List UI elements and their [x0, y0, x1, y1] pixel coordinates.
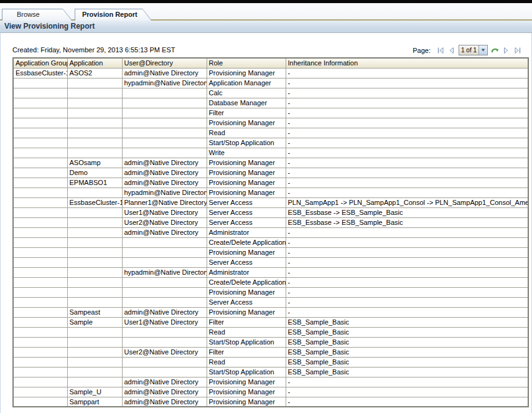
table-cell: Sample_U	[67, 387, 122, 397]
table-cell: -	[286, 88, 528, 98]
table-row: Provisioning Manager-	[13, 287, 528, 297]
table-cell	[122, 357, 207, 367]
table-cell: hypadmin@Native Directory	[122, 267, 207, 277]
table-row: Server Access-	[13, 297, 528, 307]
table-row: hypadmin@Native DirectoryAdministrator-	[13, 267, 528, 277]
table-cell	[122, 277, 207, 287]
page-select[interactable]: 1 of 1	[459, 45, 488, 55]
table-cell: Create/Delete Application	[207, 237, 286, 247]
table-row: EssbaseCluster-1ASOS2admin@Native Direct…	[13, 68, 528, 78]
table-cell: -	[286, 307, 528, 317]
table-cell	[13, 78, 67, 88]
table-row: User1@Native DirectoryServer AccessESB_E…	[13, 207, 528, 217]
column-header: Inheritance Information	[286, 58, 528, 68]
table-row: admin@Native DirectoryAdministrator-	[13, 227, 528, 237]
table-cell: Server Access	[207, 197, 286, 207]
table-cell	[13, 207, 67, 217]
table-cell	[13, 307, 67, 317]
table-cell	[13, 267, 67, 277]
table-cell: ESB_Essbase -> ESB_Sample_Basic	[286, 217, 528, 227]
table-cell: Provisioning Manager	[207, 307, 286, 317]
table-cell: Server Access	[207, 257, 286, 267]
column-header: User@Directory	[122, 58, 207, 68]
table-row: Sampeastadmin@Native DirectoryProvisioni…	[13, 307, 528, 317]
table-cell	[67, 367, 122, 377]
table-cell	[67, 327, 122, 337]
table-cell: Write	[207, 148, 286, 158]
table-cell	[67, 227, 122, 237]
tab-browse-label: Browse	[2, 9, 72, 20]
table-cell	[13, 118, 67, 128]
previous-page-icon[interactable]	[447, 46, 455, 54]
table-cell	[67, 128, 122, 138]
table-cell	[13, 337, 67, 347]
tab-provision-report[interactable]: Provision Report	[75, 9, 152, 21]
table-cell: -	[286, 168, 528, 178]
table-cell	[122, 237, 207, 247]
table-cell	[67, 108, 122, 118]
table-cell	[122, 138, 207, 148]
table-cell: -	[286, 297, 528, 307]
table-cell: -	[286, 118, 528, 128]
provisioning-report-table: Application GroupApplicationUser@Directo…	[12, 57, 529, 407]
pagination-controls: Page: 1 of 1	[413, 44, 521, 56]
first-page-icon[interactable]	[436, 46, 444, 54]
table-cell: Provisioning Manager	[207, 118, 286, 128]
table-cell: ASOS2	[67, 68, 122, 78]
table-cell: admin@Native Directory	[122, 68, 207, 78]
table-cell	[13, 197, 67, 207]
table-cell	[122, 257, 207, 267]
table-row: Provisioning Manager-	[13, 118, 528, 128]
table-cell	[122, 297, 207, 307]
table-cell: Read	[207, 357, 286, 367]
table-cell: admin@Native Directory	[122, 377, 207, 387]
table-cell	[67, 247, 122, 257]
table-cell: -	[286, 247, 528, 257]
table-cell	[122, 108, 207, 118]
page-title: View Provisioning Report	[0, 21, 532, 32]
table-cell	[13, 327, 67, 337]
last-page-icon[interactable]	[513, 46, 521, 54]
table-cell: EssbaseCluster-1	[13, 68, 67, 78]
table-cell	[67, 118, 122, 128]
table-cell	[13, 287, 67, 297]
table-cell: Sampeast	[67, 307, 122, 317]
table-cell: -	[286, 237, 528, 247]
table-cell: Provisioning Manager	[207, 178, 286, 188]
table-cell	[13, 148, 67, 158]
report-created-timestamp: Created: Friday, November 29, 2013 6:55:…	[12, 46, 175, 54]
table-cell	[67, 377, 122, 387]
table-cell	[13, 367, 67, 377]
table-cell	[122, 327, 207, 337]
table-row: ReadESB_Sample_Basic	[13, 357, 528, 367]
table-row: SampleUser1@Native DirectoryFilterESB_Sa…	[13, 317, 528, 327]
table-cell: ESB_Sample_Basic	[286, 327, 528, 337]
table-cell: ESB_Sample_Basic	[286, 357, 528, 367]
table-cell: Create/Delete Application	[207, 277, 286, 287]
table-cell: Administrator	[207, 227, 286, 237]
table-cell	[13, 347, 67, 357]
table-cell: Provisioning Manager	[207, 188, 286, 197]
table-row: User2@Native DirectoryFilterESB_Sample_B…	[13, 347, 528, 357]
table-cell: admin@Native Directory	[122, 178, 207, 188]
table-cell	[67, 138, 122, 148]
table-row: admin@Native DirectoryProvisioning Manag…	[13, 377, 528, 387]
table-cell: -	[286, 397, 528, 407]
table-cell: User2@Native Directory	[122, 347, 207, 357]
table-cell: admin@Native Directory	[122, 307, 207, 317]
next-page-icon[interactable]	[502, 46, 510, 54]
page-select-dropdown-button[interactable]	[478, 45, 487, 55]
table-row: Server Access-	[13, 257, 528, 267]
table-row: hypadmin@Native DirectoryProvisioning Ma…	[13, 188, 528, 197]
table-cell	[122, 88, 207, 98]
table-cell: User1@Native Directory	[122, 207, 207, 217]
table-row: ASOsampadmin@Native DirectoryProvisionin…	[13, 158, 528, 168]
table-cell: -	[286, 377, 528, 387]
refresh-icon[interactable]	[491, 46, 499, 54]
table-cell	[13, 397, 67, 407]
table-cell	[13, 98, 67, 108]
tab-browse[interactable]: Browse	[2, 9, 72, 21]
report-table-body: EssbaseCluster-1ASOS2admin@Native Direct…	[13, 68, 528, 407]
table-cell: admin@Native Directory	[122, 227, 207, 237]
table-cell: ESB_Sample_Basic	[286, 317, 528, 327]
